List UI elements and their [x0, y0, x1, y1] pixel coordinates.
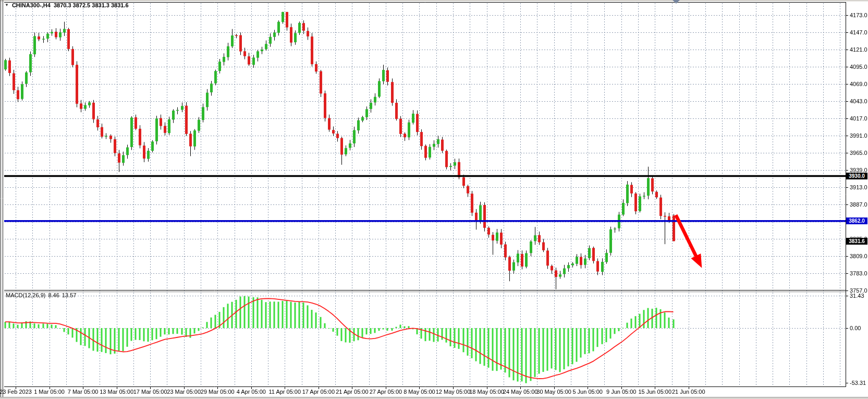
price-badge: 3930.0 — [846, 173, 867, 179]
price-tick-label: 3887.0 — [850, 201, 867, 208]
time-tick-label: 9 Jun 05:00 — [606, 389, 637, 395]
price-tick-label: 4017.0 — [850, 115, 867, 122]
time-tick-label: 21 Jun 05:00 — [672, 389, 705, 395]
trading-chart-window: ▼ CHINA300-,H4 3870.3 3872.5 3831.3 3831… — [0, 0, 868, 399]
time-tick-label: 13 Mar 05:00 — [100, 389, 133, 395]
time-tick-label: 27 Apr 05:00 — [370, 389, 402, 395]
price-tick-label: 3991.0 — [850, 132, 867, 139]
price-tick-label: 4121.0 — [850, 46, 867, 53]
time-tick-label: 30 May 05:00 — [536, 389, 571, 395]
time-tick-label: 4 Apr 05:00 — [237, 389, 266, 395]
time-tick-label: 5 Jun 05:00 — [572, 389, 603, 395]
price-tick-label: 4069.0 — [850, 81, 867, 87]
time-tick-label: 11 Apr 05:00 — [269, 389, 301, 395]
macd-params: MACD(12,26,9) — [6, 292, 45, 298]
price-badge: 3831.6 — [846, 238, 867, 245]
time-tick-label: 8 May 05:00 — [404, 389, 435, 395]
price-tick-label: 4173.0 — [850, 12, 867, 18]
time-tick-label: 1 Mar 05:00 — [34, 389, 65, 395]
price-tick-label: 4043.0 — [850, 98, 867, 104]
time-tick-label: 21 Apr 05:00 — [336, 389, 368, 395]
symbol-timeframe: CHINA300-,H4 — [12, 2, 51, 8]
time-tick-label: 12 May 05:00 — [436, 389, 471, 395]
price-tick-label: 3965.0 — [850, 150, 867, 156]
time-tick-label: 18 May 05:00 — [469, 389, 504, 395]
chart-canvas[interactable] — [0, 0, 868, 399]
time-tick-label: 17 Mar 05:00 — [133, 389, 167, 395]
macd-axis-label: -53.31 — [850, 380, 866, 386]
macd-value: 8.46 — [48, 292, 59, 298]
chart-title: ▼ CHINA300-,H4 3870.3 3872.5 3831.3 3831… — [5, 2, 129, 8]
time-tick-label: 7 Mar 05:00 — [68, 389, 99, 395]
time-tick-label: 17 Apr 05:00 — [302, 389, 335, 395]
macd-axis-label: 0.00 — [850, 325, 861, 331]
ohlc-values: 3870.3 3872.5 3831.3 3831.6 — [54, 2, 129, 8]
price-tick-label: 4147.0 — [850, 29, 867, 35]
price-tick-label: 4095.0 — [850, 64, 867, 70]
price-tick-label: 3913.0 — [850, 184, 867, 190]
macd-signal-value: 13.57 — [62, 292, 77, 298]
scroll-position-marker — [673, 0, 680, 4]
macd-indicator-label: MACD(12,26,9) 8.46 13.57 — [6, 292, 76, 298]
price-badge: 3862.0 — [846, 217, 867, 224]
macd-axis-label: 31.43 — [850, 293, 864, 299]
time-tick-label: 23 Mar 05:00 — [167, 389, 201, 395]
price-tick-label: 3809.0 — [850, 253, 867, 259]
time-tick-label: 24 May 05:00 — [503, 389, 538, 395]
price-tick-label: 3783.0 — [850, 270, 867, 276]
time-tick-label: 29 Mar 05:00 — [201, 389, 235, 395]
time-tick-label: 23 Feb 2023 — [0, 389, 32, 395]
time-tick-label: 15 Jun 05:00 — [638, 389, 671, 395]
symbol-dropdown-icon[interactable]: ▼ — [5, 3, 9, 8]
